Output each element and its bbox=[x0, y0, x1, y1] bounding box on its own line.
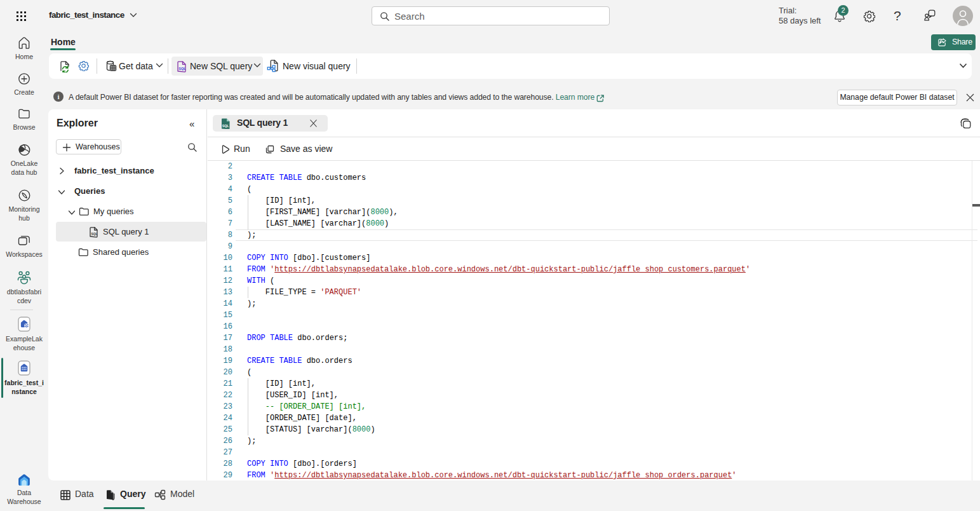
svg-text:SQL: SQL bbox=[91, 233, 98, 236]
svg-text:SQL: SQL bbox=[222, 124, 229, 128]
svg-text:SQL: SQL bbox=[178, 67, 186, 71]
